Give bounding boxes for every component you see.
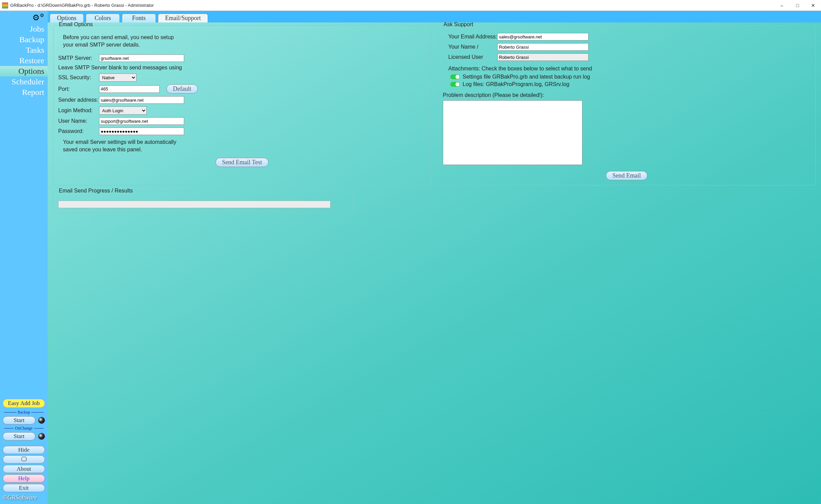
monitor-button[interactable]: 🖵 xyxy=(3,455,45,464)
nav-jobs[interactable]: Jobs xyxy=(0,24,48,34)
email-options-group: Email Options Before you can send email,… xyxy=(53,25,431,185)
attach-settings-toggle[interactable] xyxy=(450,74,460,79)
port-input[interactable] xyxy=(99,85,160,93)
smtp-server-input[interactable] xyxy=(99,54,184,62)
ssl-security-label: SSL Security: xyxy=(58,74,99,81)
ask-support-group: Ask Support Your Email Address: Your Nam… xyxy=(438,25,816,185)
about-button[interactable]: About xyxy=(3,465,45,473)
tab-bar: Options Colors Fonts Email/Support xyxy=(48,11,821,22)
email-options-legend: Email Options xyxy=(57,21,95,28)
user-name-input[interactable] xyxy=(99,117,184,125)
your-name-label: Your Name / xyxy=(448,44,497,50)
leave-blank-note: Leave SMTP Server blank to send messages… xyxy=(58,65,426,71)
app-icon xyxy=(2,2,8,9)
separator-backup: Backup xyxy=(3,410,45,415)
window-title: GRBackPro - d:\GRDown\GRBakPro.grb - Rob… xyxy=(10,3,774,8)
ask-support-legend: Ask Support xyxy=(441,21,475,28)
default-port-button[interactable]: Default xyxy=(166,84,198,94)
attach-logs-toggle[interactable] xyxy=(450,82,460,87)
email-progress-bar xyxy=(58,201,331,208)
password-label: Password: xyxy=(58,128,99,134)
attach-settings-label: Settings file GRBakPro.grb and latest ba… xyxy=(463,74,590,80)
attachments-label: Attachments: Check the boxes below to se… xyxy=(448,66,810,72)
smtp-server-label: SMTP Server: xyxy=(58,55,99,61)
licensed-user-label: Licensed User xyxy=(448,54,497,60)
settings-gear-icon[interactable]: ⚙⚙ xyxy=(0,11,48,24)
backup-status-led-icon xyxy=(38,417,45,424)
tab-email-support[interactable]: Email/Support xyxy=(158,14,208,22)
problem-description-label: Problem description (Please be detailed!… xyxy=(443,92,810,98)
main-panel: Options Colors Fonts Email/Support Email… xyxy=(48,11,821,504)
login-method-label: Login Method: xyxy=(58,107,99,114)
your-email-input[interactable] xyxy=(497,33,589,40)
auto-save-note: Your email Server settings will be autom… xyxy=(63,138,189,153)
send-email-test-button[interactable]: Send Email Test xyxy=(215,158,268,167)
nav-report[interactable]: Report xyxy=(0,87,48,98)
nav-options[interactable]: Options xyxy=(0,66,48,77)
password-input[interactable] xyxy=(99,128,184,135)
close-button[interactable]: ✕ xyxy=(805,0,821,11)
onchange-start-button[interactable]: Start xyxy=(3,432,35,440)
your-email-label: Your Email Address: xyxy=(448,34,497,40)
nav-tasks[interactable]: Tasks xyxy=(0,45,48,55)
maximize-button[interactable]: □ xyxy=(790,0,805,11)
separator-onchange: OnChange xyxy=(3,426,45,431)
login-method-select[interactable]: Auth Login xyxy=(99,106,147,115)
backup-start-button[interactable]: Start xyxy=(3,416,35,424)
help-button[interactable]: Help xyxy=(3,474,45,483)
attach-logs-label: Log files: GRBakProProgram.log, GRSrv.lo… xyxy=(463,81,569,87)
sender-address-label: Sender address: xyxy=(58,97,99,103)
sidebar: ⚙⚙ Jobs Backup Tasks Restore Options Sch… xyxy=(0,11,48,504)
nav-scheduler[interactable]: Scheduler xyxy=(0,77,48,87)
titlebar: GRBackPro - d:\GRDown\GRBakPro.grb - Rob… xyxy=(0,0,821,11)
onchange-status-led-icon xyxy=(38,433,45,440)
port-label: Port: xyxy=(58,86,99,92)
email-options-intro: Before you can send email, you need to s… xyxy=(63,34,182,48)
ssl-security-select[interactable]: Native xyxy=(99,73,136,82)
send-email-button[interactable]: Send Email xyxy=(606,171,647,180)
copyright-label: ©GRSoftware xyxy=(0,493,48,504)
resize-grip-icon: .. .. . . xyxy=(817,497,820,503)
your-name-input[interactable] xyxy=(497,43,589,51)
sender-address-input[interactable] xyxy=(99,96,184,104)
tab-fonts[interactable]: Fonts xyxy=(122,14,156,22)
problem-description-textarea[interactable] xyxy=(443,100,582,165)
hide-button[interactable]: Hide xyxy=(3,446,45,454)
nav-restore[interactable]: Restore xyxy=(0,55,48,66)
email-progress-group: Email Send Progress / Results xyxy=(53,191,353,213)
user-name-label: User Name: xyxy=(58,118,99,124)
nav-backup[interactable]: Backup xyxy=(0,34,48,45)
minimize-button[interactable]: – xyxy=(774,0,790,11)
email-progress-legend: Email Send Progress / Results xyxy=(57,188,135,194)
easy-add-job-button[interactable]: Easy Add Job xyxy=(3,399,45,408)
licensed-user-input xyxy=(497,53,589,61)
exit-button[interactable]: Exit xyxy=(3,484,45,492)
